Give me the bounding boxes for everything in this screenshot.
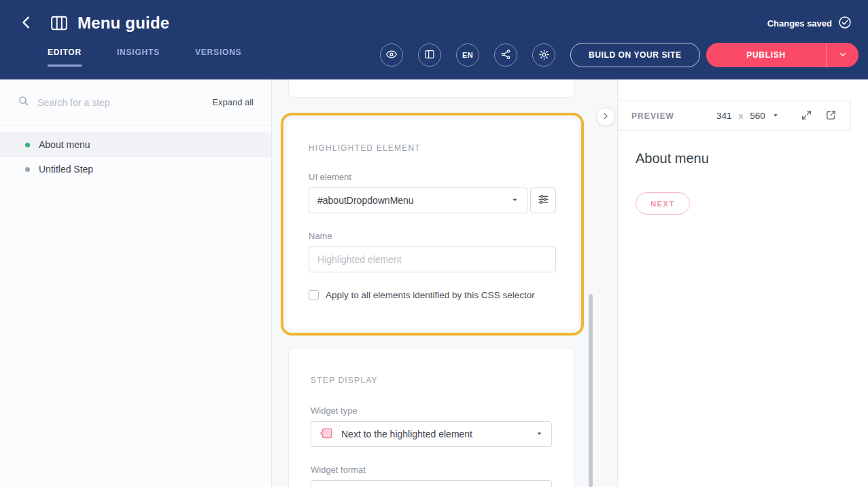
- preview-next-button[interactable]: NEXT: [636, 192, 690, 215]
- tab-editor[interactable]: EDITOR: [48, 48, 82, 67]
- language-label: EN: [462, 51, 473, 59]
- editor-tabs: EDITOR INSIGHTS VERSIONS: [48, 48, 241, 67]
- save-status: Changes saved: [767, 16, 852, 31]
- step-label: About menu: [39, 139, 90, 150]
- page-title: Menu guide: [77, 14, 169, 33]
- check-circle-icon: [838, 16, 852, 31]
- widget-type-selected-value: Next to the highlighted element: [341, 429, 472, 439]
- preview-header: PREVIEW 341 x 560: [618, 101, 851, 131]
- fullscreen-preview-button[interactable]: [801, 109, 812, 123]
- steps-list: About menu Untitled Step: [0, 132, 271, 181]
- share-icon: [500, 49, 511, 61]
- name-label: Name: [309, 231, 556, 241]
- external-link-icon: [825, 109, 837, 123]
- share-button[interactable]: [494, 43, 517, 67]
- step-status-dot: [25, 143, 30, 147]
- step-item-about-menu[interactable]: About menu: [0, 132, 271, 157]
- chevron-down-icon: [511, 195, 519, 206]
- toolbar-icon-buttons: EN: [380, 43, 555, 67]
- preview-title: PREVIEW: [631, 111, 674, 121]
- top-navigation-bar: Menu guide Changes saved EDITOR INSIGHTS…: [0, 0, 868, 79]
- ui-element-selected-value: #aboutDropdownMenu: [317, 195, 414, 206]
- open-in-new-tab-button[interactable]: [825, 109, 837, 123]
- preview-size-select[interactable]: 341 x 560: [716, 111, 779, 121]
- back-button[interactable]: [16, 13, 37, 33]
- chevron-down-icon: [839, 50, 847, 60]
- apply-to-all-checkbox[interactable]: [309, 290, 319, 300]
- preview-panel: PREVIEW 341 x 560 About menu NEXT: [617, 79, 868, 487]
- tab-versions[interactable]: VERSIONS: [195, 48, 241, 67]
- save-status-label: Changes saved: [767, 18, 832, 29]
- card-section-title: STEP DISPLAY: [311, 376, 552, 385]
- widget-format-label: Widget format: [311, 465, 552, 475]
- collapse-panel-button[interactable]: [596, 107, 615, 126]
- back-icon: [19, 15, 34, 32]
- step-editor-canvas: HIGHLIGHTED ELEMENT UI element #aboutDro…: [273, 79, 617, 487]
- publish-dropdown-toggle[interactable]: [826, 43, 858, 67]
- step-item-untitled-step[interactable]: Untitled Step: [0, 157, 271, 181]
- eye-icon: [385, 48, 398, 62]
- settings-button[interactable]: [532, 43, 555, 67]
- expand-all-button[interactable]: Expand all: [212, 97, 254, 107]
- highlighted-element-card: HIGHLIGHTED ELEMENT UI element #aboutDro…: [287, 119, 578, 329]
- step-display-card: STEP DISPLAY Widget type Next to the hig…: [288, 348, 574, 487]
- step-search-row: Expand all: [0, 79, 271, 126]
- expand-icon: [801, 109, 812, 123]
- selector-settings-button[interactable]: [530, 187, 556, 213]
- panel-icon: [424, 49, 435, 61]
- collapse-chevron-icon: [602, 112, 610, 122]
- layout-button[interactable]: [418, 43, 441, 67]
- widget-type-select[interactable]: Next to the highlighted element: [311, 421, 552, 447]
- logo-icon: [50, 14, 68, 32]
- editor-scrollbar[interactable]: [589, 294, 593, 487]
- preview-eye-button[interactable]: [380, 43, 403, 67]
- chevron-down-icon: [536, 429, 543, 439]
- sliders-icon: [538, 194, 549, 207]
- step-status-dot: [25, 167, 30, 172]
- search-icon: [18, 95, 29, 109]
- build-on-your-site-button[interactable]: BUILD ON YOUR SITE: [570, 43, 700, 67]
- publish-button[interactable]: PUBLISH: [706, 43, 826, 67]
- preview-content: About menu NEXT: [636, 151, 709, 215]
- card-section-title: HIGHLIGHTED ELEMENT: [309, 143, 556, 153]
- tab-insights[interactable]: INSIGHTS: [117, 48, 160, 67]
- preview-size-separator: x: [739, 111, 744, 121]
- search-input[interactable]: [37, 97, 212, 108]
- ui-element-label: UI element: [309, 172, 556, 182]
- step-label: Untitled Step: [39, 164, 93, 175]
- chevron-down-icon: [772, 111, 779, 121]
- publish-split-button: PUBLISH: [706, 43, 858, 67]
- apply-to-all-label: Apply to all elements identified by this…: [326, 290, 535, 300]
- highlighted-element-name-input[interactable]: [309, 247, 556, 272]
- highlighted-element-ring: HIGHLIGHTED ELEMENT UI element #aboutDro…: [281, 113, 584, 336]
- widget-format-select[interactable]: [311, 480, 552, 487]
- preview-height: 560: [750, 111, 765, 121]
- preview-width: 341: [716, 111, 732, 121]
- steps-sidebar: Expand all About menu Untitled Step: [0, 79, 272, 487]
- previous-settings-card: [288, 79, 574, 98]
- widget-type-label: Widget type: [311, 405, 552, 416]
- tooltip-widget-icon: [319, 427, 333, 441]
- preview-step-title: About menu: [636, 151, 709, 166]
- language-button[interactable]: EN: [456, 43, 479, 67]
- ui-element-select[interactable]: #aboutDropdownMenu: [309, 187, 527, 213]
- gear-icon: [538, 49, 550, 62]
